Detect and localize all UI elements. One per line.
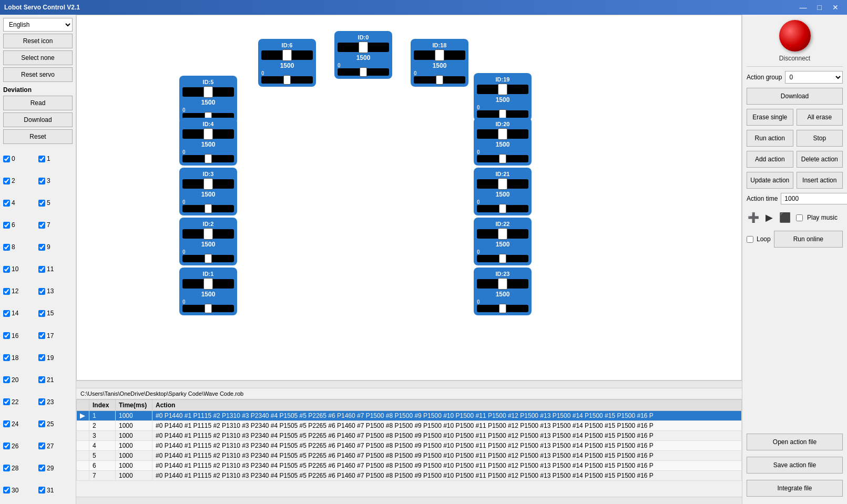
action-row-1[interactable]: ▶11000#0 P1440 #1 P1115 #2 P1310 #3 P234… xyxy=(77,411,742,421)
stop-button[interactable]: Stop xyxy=(797,130,843,147)
servo-top-slider[interactable] xyxy=(182,279,234,289)
action-row-4[interactable]: 41000#0 P1440 #1 P1115 #2 P1310 #3 P2340… xyxy=(77,441,742,451)
servo-bottom-slider[interactable] xyxy=(182,205,234,212)
action-time-input[interactable] xyxy=(781,193,847,204)
table-horizontal-scrollbar[interactable] xyxy=(76,497,742,504)
servo-checkbox-9[interactable] xyxy=(38,244,45,251)
servo-checkbox-10[interactable] xyxy=(3,266,10,273)
servo-checkbox-28[interactable] xyxy=(3,465,10,471)
servo-top-slider[interactable] xyxy=(477,229,528,239)
servo-top-slider[interactable] xyxy=(338,43,389,52)
servo-card-ID23[interactable]: ID:23 1500 0 xyxy=(474,268,532,315)
servo-card-ID6[interactable]: ID:6 1500 0 xyxy=(258,39,316,87)
download-action-button[interactable]: Download xyxy=(747,88,843,105)
erase-single-button[interactable]: Erase single xyxy=(747,109,793,126)
servo-checkbox-16[interactable] xyxy=(3,332,10,339)
servo-card-ID0[interactable]: ID:0 1500 0 xyxy=(334,31,392,79)
servo-checkbox-5[interactable] xyxy=(38,200,45,207)
select-none-button[interactable]: Select none xyxy=(3,50,73,65)
loop-checkbox[interactable] xyxy=(747,236,753,243)
servo-checkbox-31[interactable] xyxy=(38,487,45,493)
servo-bottom-slider[interactable] xyxy=(477,110,528,118)
add-action-button[interactable]: Add action xyxy=(747,151,793,168)
open-action-file-button[interactable]: Open action file xyxy=(747,434,843,450)
servo-top-slider[interactable] xyxy=(477,279,528,289)
canvas-scrollbar[interactable] xyxy=(76,380,742,388)
servo-bottom-slider[interactable] xyxy=(338,68,389,76)
servo-bottom-slider[interactable] xyxy=(477,205,528,212)
servo-top-slider[interactable] xyxy=(477,179,528,189)
servo-checkbox-30[interactable] xyxy=(3,487,10,493)
servo-checkbox-17[interactable] xyxy=(38,332,45,339)
servo-bottom-slider[interactable] xyxy=(261,76,313,84)
servo-bottom-slider[interactable] xyxy=(477,155,528,162)
servo-top-slider[interactable] xyxy=(182,129,234,139)
servo-checkbox-3[interactable] xyxy=(38,178,45,184)
servo-bottom-slider[interactable] xyxy=(182,305,234,312)
servo-checkbox-23[interactable] xyxy=(38,398,45,405)
servo-card-ID20[interactable]: ID:20 1500 0 xyxy=(474,118,532,166)
download-deviation-button[interactable]: Download xyxy=(3,112,73,127)
servo-checkbox-22[interactable] xyxy=(3,398,10,405)
servo-checkbox-26[interactable] xyxy=(3,443,10,449)
servo-checkbox-24[interactable] xyxy=(3,420,10,427)
servo-card-ID18[interactable]: ID:18 1500 0 xyxy=(411,39,468,87)
servo-card-ID2[interactable]: ID:2 1500 0 xyxy=(179,218,237,265)
servo-checkbox-11[interactable] xyxy=(38,266,45,273)
servo-checkbox-0[interactable] xyxy=(3,156,10,162)
servo-checkbox-18[interactable] xyxy=(3,354,10,361)
servo-card-ID5[interactable]: ID:5 1500 0 xyxy=(179,76,237,124)
servo-top-slider[interactable] xyxy=(477,85,528,94)
servo-checkbox-14[interactable] xyxy=(3,310,10,317)
servo-checkbox-8[interactable] xyxy=(3,244,10,251)
maximize-button[interactable]: □ xyxy=(813,2,826,13)
servo-top-slider[interactable] xyxy=(477,129,528,139)
servo-card-ID19[interactable]: ID:19 1500 0 xyxy=(474,73,532,121)
action-row-3[interactable]: 31000#0 P1440 #1 P1115 #2 P1310 #3 P2340… xyxy=(77,431,742,441)
servo-card-ID22[interactable]: ID:22 1500 0 xyxy=(474,218,532,265)
save-action-file-button[interactable]: Save action file xyxy=(747,457,843,474)
play-plus-button[interactable]: ➕ xyxy=(747,211,760,224)
servo-checkbox-1[interactable] xyxy=(38,156,45,162)
all-erase-button[interactable]: All erase xyxy=(797,109,843,126)
run-action-button[interactable]: Run action xyxy=(747,130,793,147)
run-online-button[interactable]: Run online xyxy=(774,231,843,248)
servo-checkbox-25[interactable] xyxy=(38,420,45,427)
action-row-7[interactable]: 71000#0 P1440 #1 P1115 #2 P1310 #3 P2340… xyxy=(77,471,742,481)
table-scroll[interactable]: Index Time(ms) Action ▶11000#0 P1440 #1 … xyxy=(76,399,742,497)
servo-checkbox-12[interactable] xyxy=(3,288,10,295)
servo-card-ID21[interactable]: ID:21 1500 0 xyxy=(474,168,532,215)
action-row-2[interactable]: 21000#0 P1440 #1 P1115 #2 P1310 #3 P2340… xyxy=(77,421,742,431)
action-row-6[interactable]: 61000#0 P1440 #1 P1115 #2 P1310 #3 P2340… xyxy=(77,461,742,471)
servo-bottom-slider[interactable] xyxy=(477,305,528,312)
language-select[interactable]: English Chinese xyxy=(3,18,73,32)
reset-icon-button[interactable]: Reset icon xyxy=(3,34,73,48)
servo-checkbox-7[interactable] xyxy=(38,222,45,229)
servo-top-slider[interactable] xyxy=(261,50,313,60)
reset-button[interactable]: Reset xyxy=(3,129,73,144)
update-action-button[interactable]: Update action xyxy=(747,172,793,189)
servo-checkbox-6[interactable] xyxy=(3,222,10,229)
read-button[interactable]: Read xyxy=(3,96,73,110)
servo-card-ID4[interactable]: ID:4 1500 0 xyxy=(179,118,237,166)
action-group-select[interactable]: 0 1 2 xyxy=(785,71,843,84)
servo-card-ID3[interactable]: ID:3 1500 0 xyxy=(179,168,237,215)
action-row-5[interactable]: 51000#0 P1440 #1 P1115 #2 P1310 #3 P2340… xyxy=(77,451,742,461)
servo-checkbox-29[interactable] xyxy=(38,465,45,471)
servo-checkbox-4[interactable] xyxy=(3,200,10,207)
servo-bottom-slider[interactable] xyxy=(477,255,528,262)
servo-top-slider[interactable] xyxy=(414,50,465,60)
servo-checkbox-21[interactable] xyxy=(38,376,45,383)
reset-servo-button[interactable]: Reset servo xyxy=(3,67,73,82)
servo-top-slider[interactable] xyxy=(182,229,234,239)
play-music-checkbox[interactable] xyxy=(796,214,803,221)
servo-top-slider[interactable] xyxy=(182,179,234,189)
servo-checkbox-27[interactable] xyxy=(38,443,45,449)
servo-checkbox-15[interactable] xyxy=(38,310,45,317)
delete-action-button[interactable]: Delete action xyxy=(797,151,843,168)
servo-checkbox-19[interactable] xyxy=(38,354,45,361)
servo-card-ID1[interactable]: ID:1 1500 0 xyxy=(179,268,237,315)
close-button[interactable]: ✕ xyxy=(828,2,843,13)
servo-checkbox-20[interactable] xyxy=(3,376,10,383)
servo-bottom-slider[interactable] xyxy=(182,155,234,162)
